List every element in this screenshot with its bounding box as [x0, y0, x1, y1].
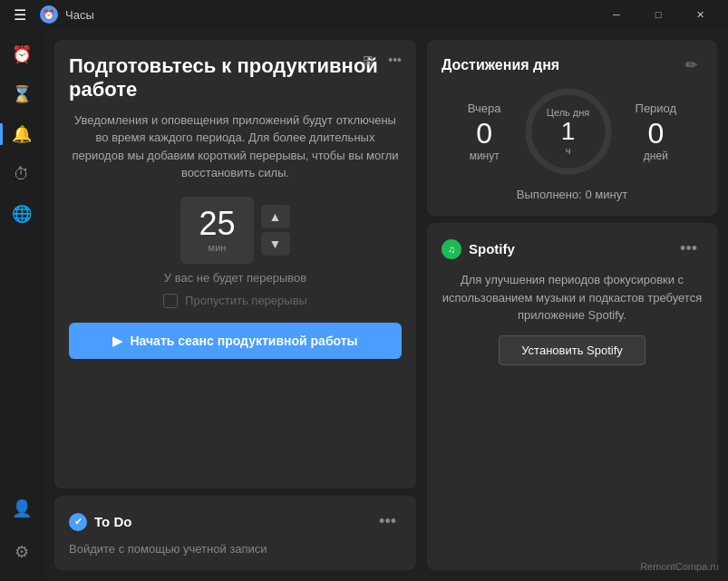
- spotify-logo: ♫: [442, 239, 461, 259]
- focus-card-more-button[interactable]: •••: [384, 51, 405, 69]
- todo-card-header: ✔ To Do •••: [69, 510, 402, 533]
- play-icon: ▶: [112, 334, 122, 348]
- skip-breaks-checkbox[interactable]: [163, 294, 178, 308]
- yesterday-label: Вчера: [468, 102, 501, 115]
- content-area: ⊞ ••• Подготовьтесь к продуктивной работ…: [44, 29, 728, 581]
- timer-display: 25 мин: [180, 197, 253, 264]
- focus-card-title: Подготовьтесь к продуктивной работе: [69, 54, 402, 102]
- timer-nav-icon: ⌛: [12, 84, 32, 104]
- goal-value: 1: [547, 118, 590, 146]
- goal-inner: Цель дня 1 ч: [547, 107, 590, 157]
- close-button[interactable]: ✕: [679, 0, 721, 29]
- active-indicator: [0, 123, 3, 145]
- focus-card-actions: ⊞ •••: [359, 51, 405, 69]
- achievements-card-header: Достижения дня ✏: [442, 54, 703, 75]
- achievements-stats: Вчера 0 минут Цель дня 1 ч: [442, 86, 703, 177]
- spotify-more-button[interactable]: •••: [675, 237, 703, 260]
- titlebar-title: Часы: [65, 8, 596, 22]
- sidebar-item-settings[interactable]: ⚙: [4, 534, 40, 570]
- todo-title: To Do: [94, 514, 131, 529]
- achievements-title: Достижения дня: [442, 57, 559, 73]
- sidebar-item-stopwatch[interactable]: ⏱: [4, 156, 40, 192]
- no-breaks-text: У вас не будет перерывов: [69, 271, 402, 285]
- titlebar-menu-button[interactable]: ☰: [7, 2, 33, 27]
- yesterday-stat: Вчера 0 минут: [468, 102, 501, 162]
- minimize-button[interactable]: ─: [596, 0, 637, 29]
- todo-check-icon: ✔: [74, 516, 83, 528]
- timer-unit: мин: [199, 242, 235, 253]
- skip-breaks-label: Пропустить перерывы: [185, 294, 307, 307]
- period-value: 0: [636, 119, 677, 148]
- spotify-header-left: ♫ Spotify: [442, 239, 515, 259]
- spotify-description: Для улучшения периодов фокусировки с исп…: [442, 271, 703, 324]
- timer-value: 25: [199, 208, 235, 240]
- menu-icon: ☰: [14, 6, 26, 24]
- spotify-card: ♫ Spotify ••• Для улучшения периодов фок…: [427, 223, 717, 570]
- goal-circle: Цель дня 1 ч: [523, 86, 614, 177]
- user-nav-icon: 👤: [12, 499, 32, 518]
- goal-unit: ч: [547, 145, 590, 156]
- focus-card-description: Уведомления и оповещения приложений буду…: [69, 111, 402, 182]
- alarm-nav-icon: 🔔: [12, 124, 32, 144]
- completed-text: Выполнено: 0 минут: [442, 188, 703, 201]
- install-spotify-button[interactable]: Установить Spotify: [499, 335, 645, 365]
- spotify-logo-icon: ♫: [448, 244, 455, 255]
- sidebar: ⏰ ⌛ 🔔 ➤ ⏱ 🌐 👤 ⚙: [0, 29, 44, 581]
- right-panel: Достижения дня ✏ Вчера 0 минут: [427, 40, 717, 570]
- timer-control: 25 мин ▲ ▼: [69, 197, 402, 264]
- period-stat: Период 0 дней: [636, 102, 677, 162]
- achievements-edit-button[interactable]: ✏: [680, 54, 703, 75]
- period-unit: дней: [636, 150, 677, 162]
- focus-card-pin-button[interactable]: ⊞: [359, 51, 377, 69]
- todo-card: ✔ To Do ••• Войдите с помощью учетной за…: [54, 496, 416, 570]
- skip-breaks-row: Пропустить перерывы: [69, 294, 402, 308]
- timer-decrement-button[interactable]: ▼: [261, 232, 290, 256]
- left-panel: ⊞ ••• Подготовьтесь к продуктивной работ…: [54, 40, 416, 570]
- sidebar-item-worldclock[interactable]: 🌐: [4, 196, 40, 232]
- todo-header-left: ✔ To Do: [69, 513, 131, 531]
- settings-nav-icon: ⚙: [15, 542, 29, 562]
- spotify-card-header: ♫ Spotify •••: [442, 237, 703, 260]
- spotify-title: Spotify: [469, 241, 515, 257]
- maximize-button[interactable]: □: [637, 0, 679, 29]
- timer-arrows: ▲ ▼: [261, 205, 290, 256]
- focus-card: ⊞ ••• Подготовьтесь к продуктивной работ…: [54, 40, 416, 489]
- sidebar-bottom: 👤 ⚙: [4, 490, 40, 574]
- start-session-label: Начать сеанс продуктивной работы: [130, 334, 357, 348]
- window-controls: ─ □ ✕: [596, 0, 721, 29]
- sidebar-item-alarm[interactable]: 🔔 ➤: [4, 116, 40, 152]
- main-content: ⏰ ⌛ 🔔 ➤ ⏱ 🌐 👤 ⚙: [0, 29, 728, 581]
- worldclock-nav-icon: 🌐: [12, 204, 32, 224]
- app-icon: ⏰: [40, 5, 58, 24]
- titlebar: ☰ ⏰ Часы ─ □ ✕: [0, 0, 728, 29]
- clock-icon: ⏰: [43, 9, 55, 21]
- clock-nav-icon: ⏰: [12, 44, 32, 64]
- sidebar-item-timer[interactable]: ⌛: [4, 76, 40, 112]
- stopwatch-nav-icon: ⏱: [14, 165, 30, 184]
- period-label: Период: [636, 102, 677, 115]
- timer-increment-button[interactable]: ▲: [261, 205, 290, 228]
- sidebar-item-user[interactable]: 👤: [4, 490, 40, 527]
- todo-more-button[interactable]: •••: [374, 510, 402, 533]
- todo-icon: ✔: [69, 513, 87, 531]
- achievements-card: Достижения дня ✏ Вчера 0 минут: [427, 40, 717, 216]
- start-session-button[interactable]: ▶ Начать сеанс продуктивной работы: [69, 323, 402, 359]
- yesterday-unit: минут: [468, 150, 501, 162]
- sidebar-item-clock[interactable]: ⏰: [4, 36, 40, 73]
- todo-login-text: Войдите с помощью учетной записи: [69, 542, 402, 556]
- goal-label: Цель дня: [547, 107, 590, 118]
- watermark: RemontCompa.ru: [640, 561, 719, 572]
- yesterday-value: 0: [468, 119, 501, 148]
